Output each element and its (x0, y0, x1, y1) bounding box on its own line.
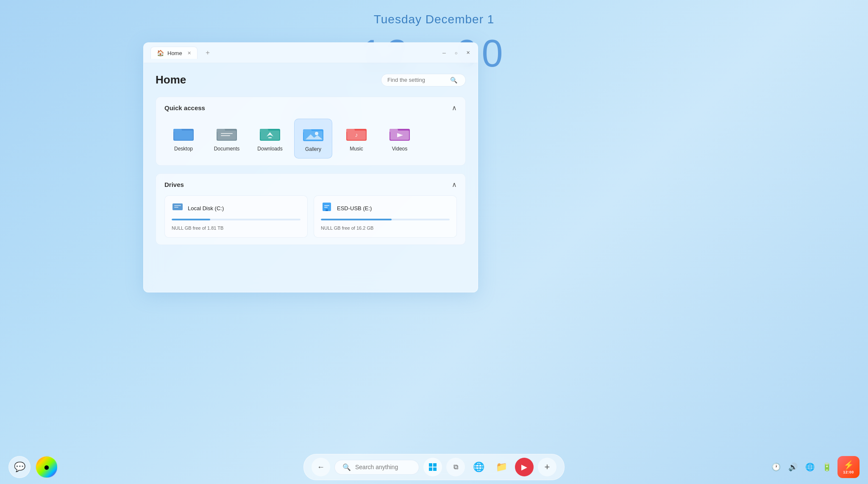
drive-card-esd-usb-e[interactable]: ESD-USB (E:) NULL GB free of 16.2 GB (314, 195, 457, 238)
taskbar-left: 💬 ● (8, 456, 58, 478)
svg-rect-28 (174, 207, 178, 208)
minimize-button[interactable]: ─ (441, 50, 447, 56)
svg-rect-2 (174, 131, 193, 140)
taskbar: 💬 ● ← 🔍 Search anything ⧉ 🌐 📁 ▶ + 🕐 🔊 🌐 … (0, 450, 868, 484)
close-button[interactable]: ✕ (465, 50, 471, 56)
folder-item-music[interactable]: ♪ Music (337, 119, 376, 159)
drive-space-esd-usb-e: NULL GB free of 16.2 GB (321, 225, 373, 231)
gallery-folder-label: Gallery (305, 146, 321, 152)
svg-rect-30 (324, 205, 329, 206)
drives-header: Drives ∧ (164, 181, 457, 189)
svg-rect-27 (174, 205, 181, 206)
svg-rect-36 (433, 467, 437, 471)
drive-icon-local-c (172, 202, 184, 214)
videos-folder-icon (389, 125, 411, 142)
quick-access-title: Quick access (164, 104, 205, 111)
music-folder-label: Music (350, 146, 363, 152)
svg-rect-34 (433, 463, 437, 467)
drive-bar-fill-local-c (172, 219, 210, 220)
folder-item-videos[interactable]: Videos (381, 119, 419, 159)
new-tab-button[interactable]: ＋ (201, 47, 214, 59)
drive-name-local-c: Local Disk (C:) (188, 205, 224, 211)
svg-rect-12 (268, 137, 272, 138)
svg-rect-7 (221, 135, 230, 136)
history-icon[interactable]: 🕐 (770, 461, 782, 473)
taskbar-search-placeholder: Search anything (355, 464, 398, 470)
taskbar-right: 🕐 🔊 🌐 🔋 ⚡ 12:00 (770, 456, 860, 478)
drive-bar-fill-esd-usb-e (321, 219, 392, 220)
svg-rect-33 (429, 463, 432, 467)
media-icon[interactable]: ▶ (515, 458, 534, 476)
page-title: Home (156, 73, 186, 86)
maximize-button[interactable]: ○ (453, 50, 459, 56)
drives-collapse-button[interactable]: ∧ (452, 181, 457, 189)
svg-rect-35 (429, 467, 432, 471)
downloads-folder-label: Downloads (257, 146, 282, 152)
drive-header-esd-usb-e: ESD-USB (E:) (321, 202, 450, 214)
documents-folder-icon (216, 125, 238, 142)
back-button[interactable]: ← (312, 458, 330, 476)
drives-section: Drives ∧ Local Disk (C:) NULL GB free of… (156, 173, 466, 245)
drives-title: Drives (164, 181, 184, 188)
svg-rect-31 (324, 207, 328, 208)
add-app-button[interactable]: + (538, 458, 556, 476)
music-folder-icon: ♪ (345, 125, 367, 142)
downloads-folder-icon (259, 125, 281, 142)
quick-access-collapse-button[interactable]: ∧ (452, 104, 457, 112)
folder-item-downloads[interactable]: Downloads (251, 119, 289, 159)
volume-icon[interactable]: 🔊 (787, 461, 799, 473)
drive-header-local-c: Local Disk (C:) (172, 202, 300, 214)
taskbar-search[interactable]: 🔍 Search anything (334, 460, 419, 475)
tab-close-button[interactable]: ✕ (187, 50, 191, 56)
drive-name-esd-usb-e: ESD-USB (E:) (337, 205, 372, 211)
settings-search-icon[interactable]: 🔍 (450, 77, 457, 83)
title-bar: 🏠 Home ✕ ＋ ─ ○ ✕ (144, 43, 478, 63)
window-controls: ─ ○ ✕ (441, 50, 471, 56)
settings-search-box[interactable]: 🔍 (381, 74, 466, 86)
files-icon[interactable]: 📁 (492, 458, 511, 476)
svg-text:♪: ♪ (355, 131, 358, 138)
folder-item-documents[interactable]: Documents (208, 119, 246, 159)
documents-folder-label: Documents (214, 146, 240, 152)
drive-icon-esd-usb-e (321, 202, 333, 214)
home-tab[interactable]: 🏠 Home ✕ (150, 47, 198, 59)
drive-space-local-c: NULL GB free of 1.81 TB (172, 225, 223, 231)
power-icon: ⚡ (843, 460, 854, 470)
window-content: Home 🔍 Quick access ∧ Desktop Docume (144, 63, 478, 292)
tab-folder-icon: 🏠 (157, 50, 164, 56)
quick-access-grid: Desktop Documents Downloads Gallery ♪ Mu… (164, 119, 457, 159)
tab-label: Home (167, 50, 182, 56)
file-explorer-window: 🏠 Home ✕ ＋ ─ ○ ✕ Home 🔍 Quick access ∧ (143, 42, 478, 292)
svg-rect-6 (221, 133, 233, 134)
svg-rect-10 (261, 131, 279, 140)
svg-rect-32 (326, 209, 328, 211)
drive-bar-track-esd-usb-e (321, 219, 450, 220)
quick-access-header: Quick access ∧ (164, 104, 457, 112)
settings-search-input[interactable] (387, 77, 447, 83)
videos-folder-label: Videos (392, 146, 407, 152)
svg-point-16 (315, 132, 318, 135)
folder-item-desktop[interactable]: Desktop (164, 119, 203, 159)
header-row: Home 🔍 (156, 73, 466, 86)
desktop-folder-label: Desktop (174, 146, 193, 152)
taskbar-center: ← 🔍 Search anything ⧉ 🌐 📁 ▶ + (303, 454, 565, 480)
taskbar-search-icon: 🔍 (342, 463, 351, 471)
windows-start-button[interactable] (423, 458, 442, 476)
network-icon[interactable]: 🌐 (804, 461, 816, 473)
browser-icon[interactable]: 🌐 (469, 458, 488, 476)
multitask-view-button[interactable]: ⧉ (446, 458, 465, 476)
chromatic-icon[interactable]: ● (36, 456, 58, 478)
quick-access-section: Quick access ∧ Desktop Documents Downloa… (156, 97, 466, 166)
folder-item-gallery[interactable]: Gallery (294, 119, 332, 159)
power-time: 12:00 (843, 470, 854, 474)
drive-bar-track-local-c (172, 219, 300, 220)
drives-grid: Local Disk (C:) NULL GB free of 1.81 TB … (164, 195, 457, 238)
gallery-folder-icon (302, 125, 324, 143)
chat-icon[interactable]: 💬 (8, 456, 31, 478)
power-badge[interactable]: ⚡ 12:00 (837, 456, 860, 478)
drive-card-local-c[interactable]: Local Disk (C:) NULL GB free of 1.81 TB (164, 195, 308, 238)
desktop-date: Tuesday December 1 (374, 13, 495, 26)
desktop-folder-icon (172, 125, 195, 142)
battery-icon[interactable]: 🔋 (821, 461, 833, 473)
